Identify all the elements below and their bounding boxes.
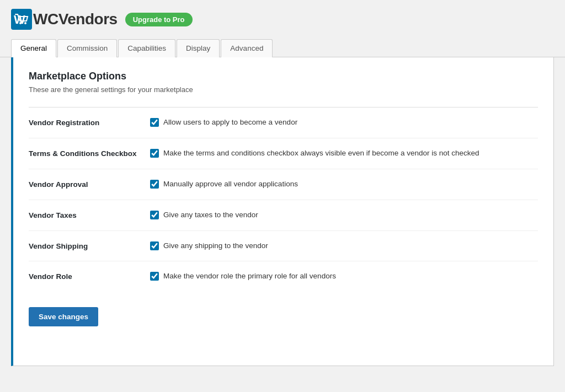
setting-control-vendor-approval: Manually approve all vendor applications [150, 169, 538, 200]
setting-label-terms-checkbox: Terms & Conditions Checkbox [29, 138, 150, 169]
checkbox-vendor-role[interactable] [150, 272, 159, 281]
tab-capabilities[interactable]: Capabilities [118, 39, 175, 57]
checkbox-label-vendor-shipping[interactable]: Give any shipping to the vendor [163, 241, 268, 251]
checkbox-vendor-shipping[interactable] [150, 241, 159, 250]
setting-control-vendor-shipping: Give any shipping to the vendor [150, 230, 538, 261]
setting-control-vendor-role: Make the vendor role the primary role fo… [150, 261, 538, 292]
table-row: Vendor Registration Allow users to apply… [29, 108, 538, 138]
checkbox-vendor-approval[interactable] [150, 180, 159, 189]
table-row: Vendor Shipping Give any shipping to the… [29, 230, 538, 261]
setting-control-vendor-registration: Allow users to apply to become a vendor [150, 108, 538, 138]
tab-commission[interactable]: Commission [57, 39, 117, 57]
table-row: Terms & Conditions Checkbox Make the ter… [29, 138, 538, 169]
setting-label-vendor-taxes: Vendor Taxes [29, 200, 150, 230]
setting-label-vendor-registration: Vendor Registration [29, 108, 150, 138]
setting-label-vendor-approval: Vendor Approval [29, 169, 150, 200]
section-description: These are the general settings for your … [29, 85, 538, 94]
logo-icon: W [11, 9, 32, 30]
logo-text: WCVendors [33, 10, 118, 28]
svg-point-3 [24, 22, 26, 24]
checkbox-label-vendor-role[interactable]: Make the vendor role the primary role fo… [163, 271, 336, 282]
section-title: Marketplace Options [29, 71, 538, 82]
checkbox-label-terms-checkbox[interactable]: Make the terms and conditions checkbox a… [163, 148, 479, 159]
checkbox-label-vendor-taxes[interactable]: Give any taxes to the vendor [163, 210, 258, 221]
save-changes-button[interactable]: Save changes [29, 307, 98, 326]
tab-advanced[interactable]: Advanced [221, 39, 273, 57]
setting-label-vendor-role: Vendor Role [29, 261, 150, 292]
svg-point-2 [19, 22, 22, 24]
checkbox-label-vendor-registration[interactable]: Allow users to apply to become a vendor [163, 117, 297, 128]
upgrade-button[interactable]: Upgrade to Pro [125, 13, 193, 26]
header: W WCVendors Upgrade to Pro [0, 0, 565, 35]
setting-control-terms-checkbox: Make the terms and conditions checkbox a… [150, 138, 538, 169]
table-row: Vendor Role Make the vendor role the pri… [29, 261, 538, 292]
tab-display[interactable]: Display [177, 39, 220, 57]
table-row: Vendor Taxes Give any taxes to the vendo… [29, 200, 538, 230]
tabs-nav: General Commission Capabilities Display … [0, 39, 565, 57]
setting-label-vendor-shipping: Vendor Shipping [29, 230, 150, 261]
setting-control-vendor-taxes: Give any taxes to the vendor [150, 200, 538, 230]
checkbox-terms-checkbox[interactable] [150, 149, 159, 158]
content-panel: Marketplace Options These are the genera… [11, 57, 554, 366]
settings-table: Vendor Registration Allow users to apply… [29, 107, 538, 292]
table-row: Vendor Approval Manually approve all ven… [29, 169, 538, 200]
tab-general[interactable]: General [11, 39, 56, 57]
checkbox-vendor-registration[interactable] [150, 118, 159, 127]
checkbox-label-vendor-approval[interactable]: Manually approve all vendor applications [163, 179, 298, 190]
logo: W WCVendors [11, 9, 118, 30]
checkbox-vendor-taxes[interactable] [150, 211, 159, 219]
